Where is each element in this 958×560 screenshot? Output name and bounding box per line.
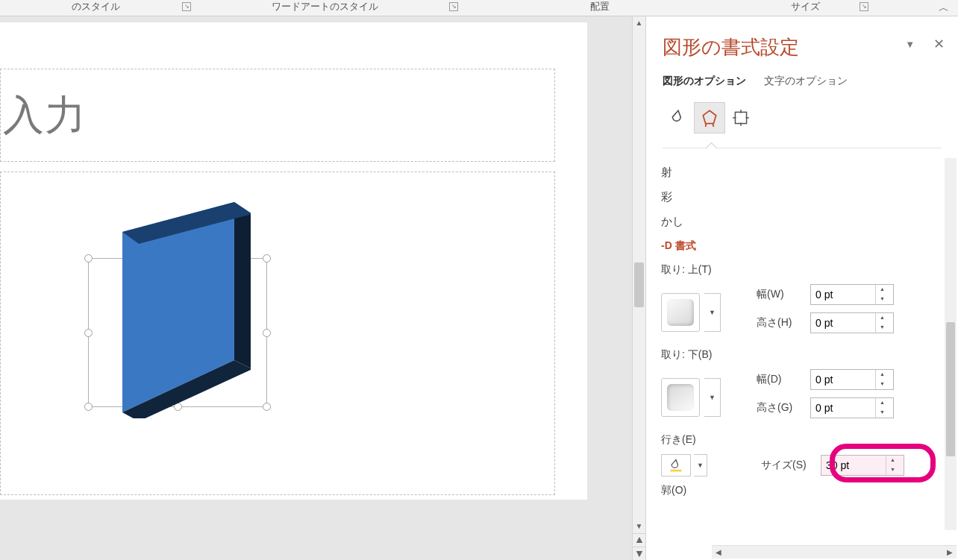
svg-rect-8 [735,112,746,123]
collapse-ribbon-icon[interactable]: ︿ [939,1,949,15]
height-h-label: 高さ(H) [757,316,810,330]
depth-size-field[interactable] [821,459,886,471]
pane-title: 図形の書式設定 [663,34,799,60]
section-3d-format[interactable]: -D 書式 [661,239,936,253]
resize-handle[interactable] [84,329,93,337]
spinner-down-icon[interactable]: ▼ [886,465,899,475]
size-properties-icon[interactable] [725,102,757,133]
spinner-up-icon[interactable]: ▲ [886,456,899,465]
close-pane-icon[interactable]: ✕ [933,36,945,52]
bevel-top-preset[interactable] [661,293,700,332]
next-slide-icon[interactable]: ⯆ [633,547,645,560]
scroll-up-icon[interactable]: ▲ [633,16,645,30]
svg-rect-9 [671,470,682,472]
section-softedges[interactable]: かし [661,215,936,229]
spinner-up-icon[interactable]: ▲ [876,398,889,408]
tab-text-options[interactable]: 文字のオプション [764,75,848,88]
ribbon-groups: のスタイル ↘ ワードアートのスタイル ↘ 配置 サイズ ↘ ︿ [0,0,958,16]
tab-shape-options[interactable]: 図形のオプション [663,75,746,88]
width-w-label: 幅(W) [757,288,810,301]
pane-tabs: 図形のオプション 文字のオプション [663,75,848,88]
scroll-down-icon[interactable]: ▼ [633,520,645,533]
title-placeholder-text: 入力 [3,88,87,143]
width-w-input[interactable]: ▲▼ [810,284,894,305]
bevel-top-dropdown-icon[interactable]: ▼ [704,293,721,332]
bevel-top-label: 取り: 上(T) [661,263,936,277]
selected-shape[interactable] [88,243,267,422]
scroll-right-icon[interactable]: ▶ [943,546,957,559]
section-reflection[interactable]: 射 [661,166,936,180]
scrollbar-thumb[interactable] [946,322,955,456]
svg-marker-5 [703,110,716,123]
scroll-left-icon[interactable]: ◀ [712,546,725,559]
fill-line-icon[interactable] [663,102,694,133]
bevel-bottom-label: 取り: 下(B) [661,348,936,362]
height-h-input[interactable]: ▲▼ [810,312,894,333]
spinner-down-icon[interactable]: ▼ [876,295,889,304]
resize-handle[interactable] [263,329,271,337]
svg-marker-1 [234,202,251,369]
spinner-down-icon[interactable]: ▼ [876,380,889,389]
ribbon-group-arrange: 配置 [458,0,742,13]
dialog-launcher-icon[interactable]: ↘ [182,2,191,11]
pane-options-dropdown-icon[interactable]: ▼ [905,39,915,50]
effects-icon[interactable] [694,102,725,133]
width-d-label: 幅(D) [757,373,810,386]
resize-handle[interactable] [84,254,93,262]
spinner-up-icon[interactable]: ▲ [876,285,889,295]
depth-color-dropdown-icon[interactable]: ▼ [694,454,707,476]
section-glow[interactable]: 彩 [661,190,936,204]
width-d-field[interactable] [811,374,875,386]
ribbon-group-shape-styles: のスタイル [0,0,191,13]
ribbon-group-wordart-styles: ワードアートのスタイル [191,0,458,13]
height-g-input[interactable]: ▲▼ [810,397,894,418]
height-g-field[interactable] [811,402,875,414]
pane-horizontal-scrollbar[interactable]: ◀ ▶ [712,545,957,559]
spinner-up-icon[interactable]: ▲ [876,313,889,323]
resize-handle[interactable] [263,254,271,262]
spinner-up-icon[interactable]: ▲ [876,370,889,380]
shape-3d-box[interactable] [101,202,251,418]
pane-divider [663,148,942,148]
contour-label: 郭(O) [661,484,936,497]
height-g-label: 高さ(G) [757,401,810,415]
width-w-field[interactable] [811,289,875,301]
pane-body: 射 彩 かし -D 書式 取り: 上(T) ▼ 幅(W) ▲▼ 高さ(H) [661,166,936,541]
format-shape-pane: 図形の書式設定 ▼ ✕ 図形のオプション 文字のオプション 射 彩 かし -D … [645,16,958,560]
height-h-field[interactable] [811,317,875,329]
size-s-label: サイズ(S) [761,459,821,472]
bevel-bottom-dropdown-icon[interactable]: ▼ [704,378,721,417]
pane-category-icons [663,102,757,133]
depth-size-input[interactable]: ▲▼ [821,455,904,476]
pane-vertical-scrollbar[interactable] [945,158,957,530]
slide-canvas: 入力 ▲ [0,16,645,560]
vertical-scrollbar[interactable]: ▲ ▼ ⯅ ⯆ [632,16,645,560]
svg-line-7 [713,124,713,127]
svg-line-6 [706,124,707,127]
depth-color-button[interactable] [661,454,691,476]
resize-handle[interactable] [84,403,93,411]
resize-handle[interactable] [263,403,271,411]
slide[interactable]: 入力 [0,22,587,500]
width-d-input[interactable]: ▲▼ [810,369,894,390]
bevel-bottom-preset[interactable] [661,378,700,417]
spinner-down-icon[interactable]: ▼ [876,323,889,333]
spinner-down-icon[interactable]: ▼ [876,408,889,418]
dialog-launcher-icon[interactable]: ↘ [449,2,458,11]
ribbon-group-size: サイズ [742,0,868,13]
depth-label: 行き(E) [661,433,936,447]
scrollbar-thumb[interactable] [634,262,644,307]
dialog-launcher-icon[interactable]: ↘ [860,2,868,11]
content-placeholder[interactable] [0,172,555,495]
prev-slide-icon[interactable]: ⯅ [633,533,645,547]
